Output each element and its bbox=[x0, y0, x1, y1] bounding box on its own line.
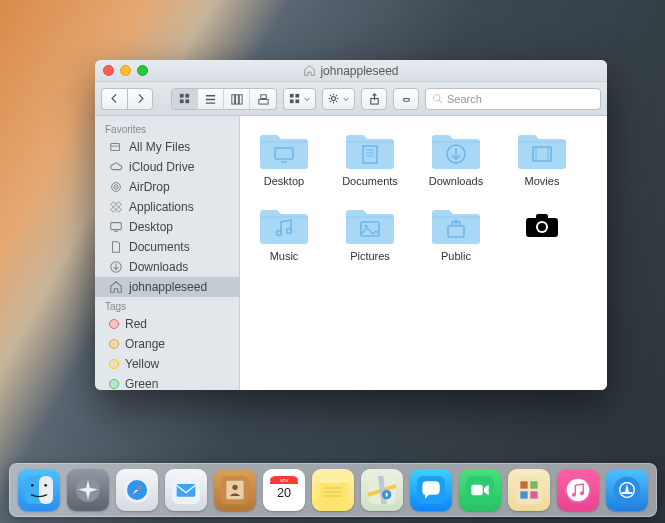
folder-documents[interactable]: Documents bbox=[334, 128, 406, 187]
folder-label: Music bbox=[270, 250, 299, 262]
svg-point-47 bbox=[44, 484, 47, 487]
svg-rect-72 bbox=[515, 476, 543, 504]
grid-small-icon bbox=[288, 92, 301, 105]
desktop-icon bbox=[109, 220, 123, 234]
dock-maps[interactable] bbox=[361, 469, 403, 511]
applications-icon bbox=[109, 200, 123, 214]
svg-point-80 bbox=[580, 491, 584, 495]
dock-finder[interactable] bbox=[18, 469, 60, 511]
folder-icon bbox=[257, 128, 311, 172]
downloads-icon bbox=[109, 260, 123, 274]
folder-label: Pictures bbox=[350, 250, 390, 262]
view-icon-button[interactable] bbox=[172, 89, 198, 109]
sidebar-item-all-my-files[interactable]: All My Files bbox=[95, 137, 239, 157]
dock-messages[interactable] bbox=[410, 469, 452, 511]
sidebar-item-label: iCloud Drive bbox=[129, 160, 194, 174]
sidebar-item-label: AirDrop bbox=[129, 180, 170, 194]
svg-rect-73 bbox=[520, 481, 527, 488]
svg-rect-71 bbox=[471, 485, 482, 496]
svg-rect-74 bbox=[530, 481, 537, 488]
dock-notes[interactable] bbox=[312, 469, 354, 511]
dock-photobooth[interactable] bbox=[508, 469, 550, 511]
search-field[interactable]: Search bbox=[425, 88, 601, 110]
folder-icon bbox=[429, 128, 483, 172]
folder-label: Documents bbox=[342, 175, 398, 187]
folder-desktop[interactable]: Desktop bbox=[248, 128, 320, 187]
view-list-button[interactable] bbox=[198, 89, 224, 109]
toolbar: Search bbox=[95, 82, 607, 116]
sidebar-item-desktop[interactable]: Desktop bbox=[95, 217, 239, 237]
airdrop-icon bbox=[109, 180, 123, 194]
sidebar-tag-yellow[interactable]: Yellow bbox=[95, 354, 239, 374]
dock-safari[interactable] bbox=[116, 469, 158, 511]
svg-point-43 bbox=[538, 223, 546, 231]
sidebar-item-documents[interactable]: Documents bbox=[95, 237, 239, 257]
svg-rect-83 bbox=[621, 492, 632, 494]
sidebar-item-label: Downloads bbox=[129, 260, 188, 274]
columns-icon bbox=[230, 92, 243, 105]
sidebar-tag-green[interactable]: Green bbox=[95, 374, 239, 390]
folder-label: Movies bbox=[525, 175, 560, 187]
fullscreen-button[interactable] bbox=[137, 65, 148, 76]
grid-icon bbox=[178, 92, 191, 105]
svg-point-55 bbox=[232, 485, 237, 490]
folder-music[interactable]: Music bbox=[248, 203, 320, 262]
titlebar[interactable]: johnappleseed bbox=[95, 60, 607, 82]
tag-dot-icon bbox=[109, 319, 119, 329]
sidebar-item-airdrop[interactable]: AirDrop bbox=[95, 177, 239, 197]
sidebar-item-label: All My Files bbox=[129, 140, 190, 154]
sidebar-item-home[interactable]: johnappleseed bbox=[95, 277, 239, 297]
content-area[interactable]: Desktop Documents Downloads Movies Music… bbox=[240, 116, 607, 390]
back-button[interactable] bbox=[101, 88, 127, 110]
sidebar-item-downloads[interactable]: Downloads bbox=[95, 257, 239, 277]
folder-icon bbox=[257, 203, 311, 247]
sidebar-tag-red[interactable]: Red bbox=[95, 314, 239, 334]
share-button[interactable] bbox=[361, 88, 387, 110]
svg-rect-76 bbox=[530, 491, 537, 498]
search-icon bbox=[432, 93, 443, 104]
minimize-button[interactable] bbox=[120, 65, 131, 76]
cloud-icon bbox=[109, 160, 123, 174]
sidebar-item-cloud[interactable]: iCloud Drive bbox=[95, 157, 239, 177]
dock-facetime[interactable] bbox=[459, 469, 501, 511]
folder-pictures[interactable]: Pictures bbox=[334, 203, 406, 262]
edit-tags-button[interactable] bbox=[393, 88, 419, 110]
dock-mail[interactable] bbox=[165, 469, 207, 511]
chevron-right-icon bbox=[134, 92, 147, 105]
dock-itunes[interactable] bbox=[557, 469, 599, 511]
sidebar-item-applications[interactable]: Applications bbox=[95, 197, 239, 217]
view-columns-button[interactable] bbox=[224, 89, 250, 109]
svg-rect-41 bbox=[536, 214, 548, 220]
all-my-files-icon bbox=[109, 140, 123, 154]
folder-icon bbox=[343, 203, 397, 247]
dock-contacts[interactable] bbox=[214, 469, 256, 511]
sidebar-item-label: Orange bbox=[125, 337, 165, 351]
dock-launchpad[interactable] bbox=[67, 469, 109, 511]
folder-downloads[interactable]: Downloads bbox=[420, 128, 492, 187]
coverflow-icon bbox=[257, 92, 270, 105]
svg-point-78 bbox=[566, 479, 589, 502]
forward-button[interactable] bbox=[127, 88, 153, 110]
dropdown-icon bbox=[303, 95, 311, 103]
folder-public[interactable]: Public bbox=[420, 203, 492, 262]
sidebar-tag-orange[interactable]: Orange bbox=[95, 334, 239, 354]
svg-rect-75 bbox=[520, 491, 527, 498]
tags-icon bbox=[400, 92, 413, 105]
dock-appstore[interactable] bbox=[606, 469, 648, 511]
arrange-menu-button[interactable] bbox=[283, 88, 316, 110]
close-button[interactable] bbox=[103, 65, 114, 76]
sidebar-item-label: Red bbox=[125, 317, 147, 331]
sidebar-item-label: Yellow bbox=[125, 357, 159, 371]
folder-movies[interactable]: Movies bbox=[506, 128, 578, 187]
svg-text:NOV: NOV bbox=[279, 478, 288, 483]
sidebar-section-tags: Tags bbox=[95, 297, 239, 314]
folder-icon bbox=[515, 128, 569, 172]
svg-rect-45 bbox=[39, 476, 53, 504]
search-placeholder: Search bbox=[447, 93, 482, 105]
finder-window: johnappleseed Search F bbox=[95, 60, 607, 390]
action-menu-button[interactable] bbox=[322, 88, 355, 110]
folder-icon bbox=[429, 203, 483, 247]
dock-calendar[interactable]: NOV20 bbox=[263, 469, 305, 511]
home-icon bbox=[303, 64, 316, 77]
view-coverflow-button[interactable] bbox=[250, 89, 276, 109]
